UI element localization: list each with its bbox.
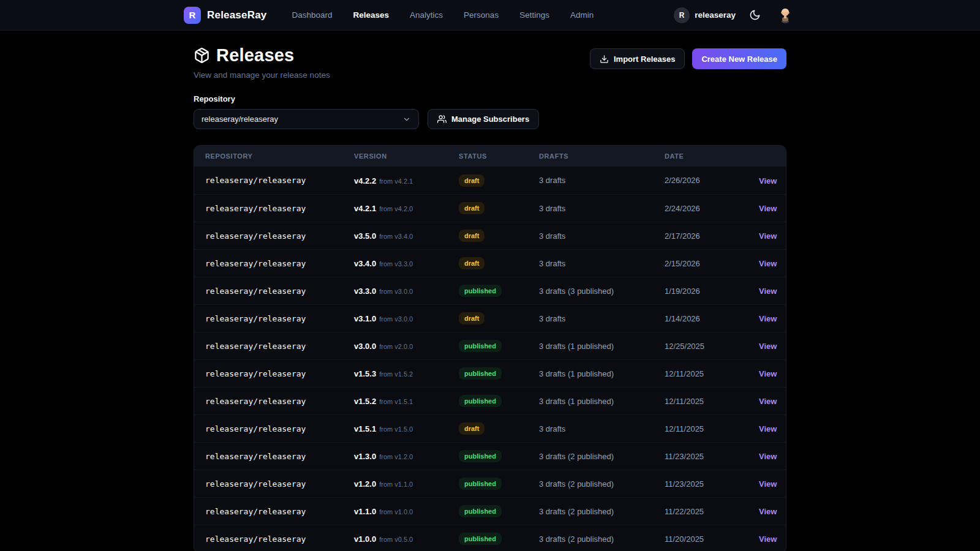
- top-nav: R ReleaseRay DashboardReleasesAnalyticsP…: [0, 0, 980, 31]
- brand-logo: R: [184, 7, 201, 24]
- row-version: v3.4.0from v3.3.0: [354, 258, 459, 269]
- row-repository: releaseray/releaseray: [194, 534, 354, 544]
- row-drafts: 3 drafts (2 published): [539, 507, 665, 516]
- nav-item-dashboard[interactable]: Dashboard: [292, 10, 332, 20]
- row-repository: releaseray/releaseray: [194, 314, 354, 323]
- view-link[interactable]: View: [759, 204, 777, 213]
- row-version: v1.5.1from v1.5.0: [354, 423, 459, 434]
- brand-name: ReleaseRay: [207, 9, 266, 21]
- view-link[interactable]: View: [759, 397, 777, 406]
- row-version-from: from v3.0.0: [379, 288, 413, 295]
- row-version-from: from v1.2.0: [379, 453, 413, 460]
- row-version: v1.1.0from v1.0.0: [354, 506, 459, 517]
- nav-item-personas[interactable]: Personas: [464, 10, 499, 20]
- status-badge: draft: [459, 257, 484, 269]
- view-link[interactable]: View: [759, 424, 777, 433]
- status-badge: draft: [459, 230, 484, 242]
- row-repository: releaseray/releaseray: [194, 231, 354, 241]
- table-row: releaseray/releaseray v1.5.1from v1.5.0 …: [194, 414, 786, 442]
- brand-logo-letter: R: [189, 10, 196, 20]
- row-date: 11/23/2025: [665, 452, 759, 461]
- row-status: published: [459, 478, 539, 490]
- repository-select[interactable]: releaseray/releaseray: [194, 109, 419, 129]
- create-new-release-button[interactable]: Create New Release: [692, 48, 786, 69]
- status-badge: draft: [459, 422, 484, 435]
- user-name: releaseray: [695, 10, 736, 20]
- row-version-from: from v2.0.0: [379, 343, 413, 350]
- row-drafts: 3 drafts: [539, 424, 665, 433]
- row-status: draft: [459, 230, 539, 242]
- repository-row: releaseray/releaseray Manage Subscribers: [194, 109, 786, 129]
- view-link[interactable]: View: [759, 231, 777, 241]
- release-table-body: releaseray/releaseray v4.2.2from v4.2.1 …: [194, 167, 786, 551]
- chevron-down-icon: [402, 115, 411, 124]
- row-actions: View: [759, 506, 786, 517]
- releases-table: REPOSITORY VERSION STATUS DRAFTS DATE re…: [194, 145, 786, 551]
- view-link[interactable]: View: [759, 369, 777, 378]
- row-date: 12/25/2025: [665, 342, 759, 351]
- view-link[interactable]: View: [759, 452, 777, 461]
- view-link[interactable]: View: [759, 534, 777, 544]
- row-actions: View: [759, 230, 786, 241]
- row-repository: releaseray/releaseray: [194, 479, 354, 489]
- page-title: Releases: [216, 45, 294, 66]
- table-row: releaseray/releaseray v4.2.2from v4.2.1 …: [194, 167, 786, 194]
- row-drafts: 3 drafts: [539, 231, 665, 241]
- view-link[interactable]: View: [759, 479, 777, 489]
- nav-user-area: R releaseray: [674, 4, 796, 26]
- view-link[interactable]: View: [759, 314, 777, 323]
- row-drafts: 3 drafts (3 published): [539, 287, 665, 296]
- row-repository: releaseray/releaseray: [194, 342, 354, 351]
- row-version-from: from v3.3.0: [379, 260, 413, 268]
- theme-toggle-button[interactable]: [747, 7, 763, 23]
- table-row: releaseray/releaseray v1.0.0from v0.5.0 …: [194, 525, 786, 551]
- user-chip[interactable]: R releaseray: [674, 7, 736, 23]
- view-link[interactable]: View: [759, 507, 777, 516]
- row-version-number: v1.1.0: [354, 507, 376, 516]
- col-status: STATUS: [459, 152, 539, 160]
- row-version-number: v3.5.0: [354, 231, 376, 241]
- row-version-from: from v3.4.0: [379, 233, 413, 240]
- row-drafts: 3 drafts (1 published): [539, 342, 665, 351]
- manage-subscribers-button[interactable]: Manage Subscribers: [428, 109, 539, 129]
- view-link[interactable]: View: [759, 342, 777, 351]
- row-drafts: 3 drafts (2 published): [539, 452, 665, 461]
- row-drafts: 3 drafts: [539, 314, 665, 323]
- table-row: releaseray/releaseray v1.3.0from v1.2.0 …: [194, 442, 786, 470]
- row-date: 11/23/2025: [665, 479, 759, 489]
- view-link[interactable]: View: [759, 287, 777, 296]
- row-actions: View: [759, 203, 786, 214]
- nav-item-admin[interactable]: Admin: [570, 10, 594, 20]
- import-releases-button[interactable]: Import Releases: [590, 48, 685, 69]
- nav-item-releases[interactable]: Releases: [353, 10, 390, 20]
- row-version-number: v1.3.0: [354, 452, 376, 461]
- row-repository: releaseray/releaseray: [194, 452, 354, 461]
- row-repository: releaseray/releaseray: [194, 369, 354, 378]
- row-actions: View: [759, 423, 786, 434]
- row-actions: View: [759, 478, 786, 489]
- table-row: releaseray/releaseray v3.4.0from v3.3.0 …: [194, 249, 786, 277]
- row-version: v3.0.0from v2.0.0: [354, 340, 459, 351]
- nav-item-analytics[interactable]: Analytics: [410, 10, 443, 20]
- row-status: published: [459, 533, 539, 545]
- col-version: VERSION: [354, 152, 459, 160]
- nav-item-settings[interactable]: Settings: [519, 10, 549, 20]
- row-actions: View: [759, 395, 786, 407]
- row-drafts: 3 drafts: [539, 259, 665, 268]
- row-version: v1.3.0from v1.2.0: [354, 451, 459, 462]
- repository-label: Repository: [194, 94, 786, 103]
- profile-avatar-button[interactable]: [774, 4, 796, 26]
- row-actions: View: [759, 285, 786, 296]
- col-date: DATE: [665, 152, 759, 160]
- row-version-from: from v4.2.0: [379, 205, 413, 212]
- col-drafts: DRAFTS: [539, 152, 665, 160]
- row-actions: View: [759, 258, 786, 269]
- status-badge: published: [459, 395, 502, 407]
- brand[interactable]: R ReleaseRay: [184, 7, 266, 24]
- view-link[interactable]: View: [759, 259, 777, 268]
- row-actions: View: [759, 340, 786, 351]
- nav-links: DashboardReleasesAnalyticsPersonasSettin…: [292, 10, 594, 20]
- row-date: 11/20/2025: [665, 534, 759, 544]
- row-version-number: v1.5.2: [354, 397, 376, 406]
- view-link[interactable]: View: [759, 176, 777, 186]
